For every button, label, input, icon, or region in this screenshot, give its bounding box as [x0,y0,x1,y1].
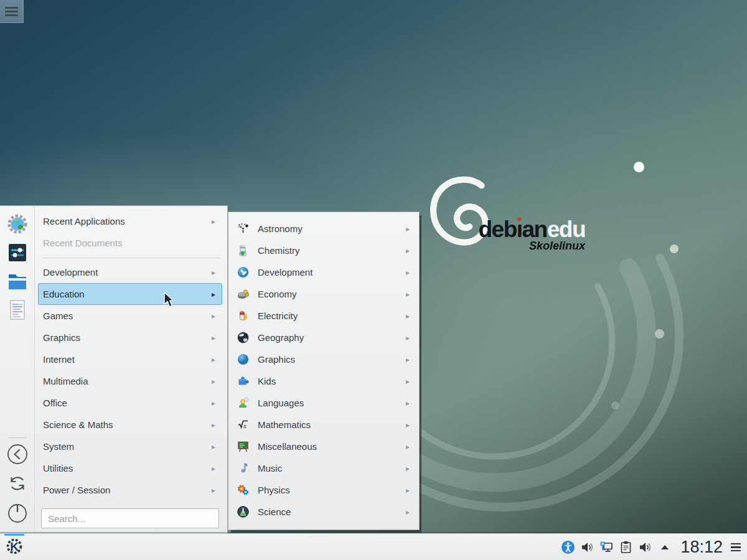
menu-item-system[interactable]: System▸ [38,436,222,457]
digital-clock[interactable]: 18:12 [680,538,723,557]
application-menu: Recent Applications▸Recent DocumentsDeve… [0,205,228,533]
sidebar-tab-applications[interactable] [3,211,32,240]
desktop-toolbox-button[interactable] [0,0,24,23]
menu-item-development[interactable]: Development▸ [38,261,222,283]
logo-wordmark: debıanedu [477,218,585,241]
submenu-item-label: Mathematics [258,419,406,430]
submenu-item-mathematics[interactable]: xMathematics▸ [228,414,419,436]
menu-item-label: Graphics [43,332,212,343]
sidebar-tab-computer[interactable] [3,240,32,268]
submenu-item-label: Music [258,463,406,474]
back-icon [7,444,28,467]
submenu-arrow-icon: ▸ [212,377,217,386]
system-settings-icon [7,242,28,266]
submenu-item-label: Development [258,267,406,278]
sidebar-tab-history[interactable] [3,297,32,325]
submenu-arrow-icon: ▸ [406,486,411,495]
submenu-arrow-icon: ▸ [212,464,217,473]
graphics-icon [237,353,250,366]
clipboard-icon[interactable] [619,540,633,554]
submenu-item-science[interactable]: Science▸ [228,501,419,523]
submenu-arrow-icon: ▸ [212,355,217,364]
debian-edu-logo: debıanedu Skolelinux [426,175,585,260]
applications-globe-icon [6,213,29,238]
submenu-item-miscellaneous[interactable]: Miscellaneous▸ [228,436,419,457]
menu-item-games[interactable]: Games▸ [38,305,222,327]
submenu-item-kids[interactable]: Kids▸ [228,370,419,392]
desktop-root: debıanedu Skolelinux Recent Applications… [0,0,747,560]
audio-volume-icon[interactable] [638,540,652,554]
launcher-active-indicator [4,534,24,536]
submenu-arrow-icon: ▸ [212,486,217,495]
audio-volume-icon[interactable] [580,540,594,554]
menu-item-multimedia[interactable]: Multimedia▸ [38,370,222,392]
submenu-arrow-icon: ▸ [212,399,217,408]
caret-up-icon[interactable] [657,540,672,554]
leave-button[interactable] [7,503,28,525]
submenu-item-astronomy[interactable]: Astronomy▸ [228,218,419,240]
desktop-dot [655,329,664,338]
submenu-arrow-icon: ▸ [212,442,217,451]
submenu-item-physics[interactable]: Physics▸ [228,479,419,501]
accessibility-icon[interactable] [561,540,575,554]
menu-item-graphics[interactable]: Graphics▸ [38,327,222,348]
submenu-item-economy[interactable]: Economy▸ [228,283,419,305]
menu-item-label: Games [43,310,212,321]
menu-item-power-session[interactable]: Power / Session▸ [38,479,222,501]
submenu-arrow-icon: ▸ [406,246,411,255]
miscellaneous-icon [237,440,250,453]
svg-text:x: x [243,422,247,429]
submenu-item-languages[interactable]: Languages▸ [228,392,419,414]
menu-item-label: Internet [43,354,212,365]
submenu-arrow-icon: ▸ [406,334,411,342]
menu-item-label: Office [43,398,212,408]
submenu-arrow-icon: ▸ [212,312,217,320]
submenu-arrow-icon: ▸ [406,268,411,277]
submenu-arrow-icon: ▸ [212,334,217,342]
education-submenu: Astronomy▸Chemistry▸Development▸Economy▸… [228,212,420,530]
submenu-item-chemistry[interactable]: Chemistry▸ [228,240,419,261]
back-button[interactable] [7,445,28,466]
menu-item-science-maths[interactable]: Science & Maths▸ [38,414,222,436]
submenu-arrow-icon: ▸ [406,399,411,408]
sidebar-tab-places[interactable] [3,268,32,297]
submenu-item-label: Kids [258,376,406,386]
menu-item-label: Recent Documents [43,238,217,248]
desktop-dot [634,162,644,172]
network-icon[interactable] [599,540,614,554]
menu-item-education[interactable]: Education▸ [38,283,222,305]
submenu-arrow-icon: ▸ [406,355,411,364]
submenu-item-label: Graphics [258,354,406,365]
kde-launcher-button[interactable]: K [0,534,29,560]
submenu-item-graphics[interactable]: Graphics▸ [228,348,419,370]
refresh-icon [7,473,28,497]
submenu-item-geography[interactable]: Geography▸ [228,327,419,348]
menu-item-label: Power / Session [43,485,212,495]
system-tray: 18:12 [561,534,743,560]
menu-separator [42,254,221,261]
menu-item-list: Recent Applications▸Recent DocumentsDeve… [35,206,227,501]
submenu-item-label: Economy [258,289,406,299]
menu-item-recent-documents: Recent Documents [38,232,222,254]
sidebar-separator [8,437,27,438]
submenu-item-label: Chemistry [258,245,406,256]
submenu-arrow-icon: ▸ [406,464,411,473]
menu-item-utilities[interactable]: Utilities▸ [38,457,222,479]
submenu-arrow-icon: ▸ [406,312,411,320]
submenu-item-development[interactable]: Development▸ [228,261,419,283]
submenu-arrow-icon: ▸ [406,508,411,516]
menu-item-internet[interactable]: Internet▸ [38,348,222,370]
submenu-item-music[interactable]: Music▸ [228,457,419,479]
submenu-item-label: Languages [258,398,406,408]
folder-icon [6,271,29,294]
languages-icon [237,396,250,409]
menu-item-recent-applications[interactable]: Recent Applications▸ [38,210,222,232]
panel-hamburger-icon[interactable] [731,543,741,551]
menu-item-label: System [43,441,212,452]
menu-item-office[interactable]: Office▸ [38,392,222,414]
search-input[interactable] [41,508,219,528]
submenu-item-electricity[interactable]: Electricity▸ [228,305,419,327]
refresh-button[interactable] [7,474,28,495]
submenu-arrow-icon: ▸ [406,377,411,386]
sidebar-tabs [3,206,32,325]
